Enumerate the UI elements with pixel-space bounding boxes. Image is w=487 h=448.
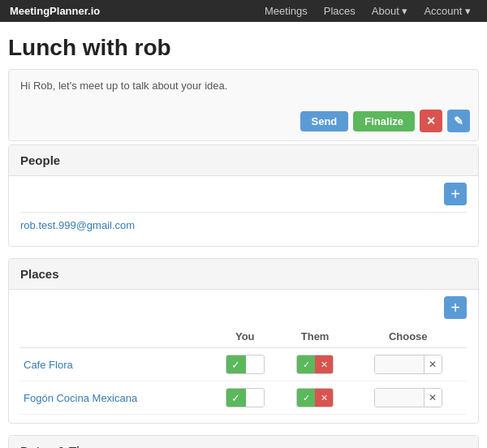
navbar: MeetingPlanner.io Meetings Places About … bbox=[0, 0, 487, 22]
pencil-icon: ✎ bbox=[454, 114, 463, 127]
message-actions: Send Finalize ✕ ✎ bbox=[300, 110, 470, 132]
them-no-icon: ✕ bbox=[315, 389, 333, 407]
you-vote-cell: ✓ bbox=[209, 348, 281, 381]
places-header-row: You Them Choose bbox=[20, 325, 467, 348]
email-value: rob.test.999@gmail.com bbox=[20, 219, 135, 231]
places-add-button[interactable]: + bbox=[444, 296, 467, 319]
choose-input[interactable] bbox=[375, 389, 424, 407]
place-link[interactable]: Fogón Cocina Mexicana bbox=[24, 392, 137, 404]
them-vote-widget[interactable]: ✓ ✕ bbox=[296, 388, 334, 407]
place-name-cell: Cafe Flora bbox=[20, 348, 209, 381]
them-yes-icon: ✓ bbox=[297, 355, 315, 373]
table-row: Fogón Cocina Mexicana ✓ ✓ ✕ bbox=[20, 381, 467, 415]
table-row: Cafe Flora ✓ ✓ ✕ bbox=[20, 348, 467, 381]
vote-yes-icon: ✓ bbox=[226, 355, 246, 373]
message-text: Hi Rob, let's meet up to talk about your… bbox=[20, 80, 467, 92]
you-vote-widget[interactable]: ✓ bbox=[226, 355, 265, 374]
message-box: Hi Rob, let's meet up to talk about your… bbox=[8, 69, 479, 141]
main-content: Lunch with rob Hi Rob, let's meet up to … bbox=[0, 22, 487, 448]
page-title: Lunch with rob bbox=[8, 22, 479, 69]
dates-section: Dates & Times + You Them Choose Fri Apr … bbox=[8, 435, 479, 448]
place-name-cell: Fogón Cocina Mexicana bbox=[20, 381, 209, 415]
col-them: Them bbox=[281, 325, 350, 348]
places-add-row: + bbox=[9, 290, 478, 325]
people-section: People + rob.test.999@gmail.com bbox=[8, 144, 479, 247]
choose-clear-button[interactable]: ✕ bbox=[424, 355, 442, 373]
choose-clear-button[interactable]: ✕ bbox=[424, 389, 442, 407]
place-link[interactable]: Cafe Flora bbox=[24, 359, 73, 371]
places-label: Places bbox=[20, 267, 59, 281]
list-item: rob.test.999@gmail.com bbox=[20, 212, 467, 238]
them-no-icon: ✕ bbox=[315, 355, 333, 373]
people-body: rob.test.999@gmail.com bbox=[9, 212, 478, 246]
places-body: You Them Choose Cafe Flora ✓ bbox=[9, 325, 478, 423]
them-vote-widget[interactable]: ✓ ✕ bbox=[296, 355, 334, 374]
people-header: People bbox=[9, 145, 478, 176]
vote-no-icon bbox=[246, 355, 264, 373]
col-name bbox=[20, 325, 209, 348]
nav-about[interactable]: About bbox=[365, 2, 415, 20]
nav-account[interactable]: Account bbox=[417, 2, 477, 20]
vote-no-icon bbox=[246, 389, 264, 407]
edit-button[interactable]: ✎ bbox=[447, 110, 470, 132]
cross-icon: ✕ bbox=[426, 114, 436, 127]
col-you: You bbox=[209, 325, 281, 348]
nav-places[interactable]: Places bbox=[317, 2, 362, 20]
col-choose: Choose bbox=[349, 325, 467, 348]
people-add-button[interactable]: + bbox=[444, 183, 467, 205]
people-label: People bbox=[20, 153, 60, 167]
navbar-links: Meetings Places About Account bbox=[258, 2, 477, 20]
choose-widget[interactable]: ✕ bbox=[374, 355, 442, 374]
dates-header: Dates & Times bbox=[9, 436, 478, 448]
finalize-button[interactable]: Finalize bbox=[353, 111, 415, 131]
choose-cell: ✕ bbox=[349, 381, 467, 415]
places-header: Places bbox=[9, 259, 478, 290]
nav-meetings[interactable]: Meetings bbox=[258, 2, 314, 20]
delete-button[interactable]: ✕ bbox=[420, 110, 442, 132]
send-button[interactable]: Send bbox=[300, 111, 349, 131]
vote-yes-icon: ✓ bbox=[226, 389, 246, 407]
you-vote-widget[interactable]: ✓ bbox=[226, 388, 265, 407]
them-vote-cell: ✓ ✕ bbox=[281, 381, 350, 415]
you-vote-cell: ✓ bbox=[209, 381, 281, 415]
people-add-row: + bbox=[9, 176, 478, 212]
choose-input[interactable] bbox=[375, 355, 424, 373]
them-vote-cell: ✓ ✕ bbox=[281, 348, 350, 381]
places-section: Places + You Them Choose Cafe F bbox=[8, 258, 479, 424]
places-table: You Them Choose Cafe Flora ✓ bbox=[20, 325, 467, 415]
choose-widget[interactable]: ✕ bbox=[374, 388, 442, 407]
them-yes-icon: ✓ bbox=[297, 389, 315, 407]
navbar-brand[interactable]: MeetingPlanner.io bbox=[10, 5, 100, 17]
dates-label: Dates & Times bbox=[20, 444, 104, 448]
choose-cell: ✕ bbox=[349, 348, 467, 381]
